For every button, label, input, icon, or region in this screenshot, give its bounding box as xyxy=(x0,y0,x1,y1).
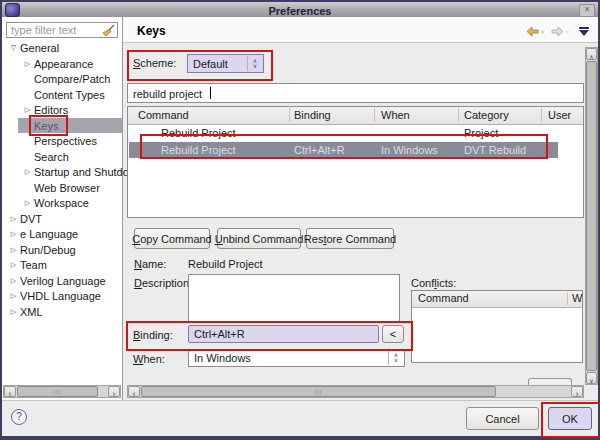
scrollbar-thumb[interactable] xyxy=(17,386,98,397)
window-border-bottom xyxy=(0,436,600,440)
search-value: rebuild project xyxy=(133,88,202,100)
expander-icon[interactable]: ▽ xyxy=(7,44,20,52)
back-history-chevron-icon[interactable]: ˅ xyxy=(541,29,545,35)
sidebar-item-keys[interactable]: Keys xyxy=(2,118,141,133)
sidebar-item-editors[interactable]: ▷Editors xyxy=(2,102,141,117)
sidebar-item-startup-and-shutdown[interactable]: ▷Startup and Shutdo xyxy=(2,164,141,179)
expander-icon[interactable]: ▷ xyxy=(7,308,20,316)
hidden-button-partial[interactable] xyxy=(528,378,572,385)
expander-icon[interactable]: ▷ xyxy=(21,199,34,207)
scheme-combobox[interactable]: Default xyxy=(187,54,264,73)
footer-separator xyxy=(2,400,598,401)
sidebar-item-dvt[interactable]: ▷DVT xyxy=(2,211,127,226)
expander-icon[interactable]: ▷ xyxy=(21,106,34,114)
table-row[interactable]: Rebuild Project Project xyxy=(129,125,583,141)
text-cursor xyxy=(210,87,211,99)
page-v-scrollbar[interactable] xyxy=(585,47,598,385)
forward-icon[interactable] xyxy=(551,26,564,37)
column-header-when[interactable]: When xyxy=(381,109,410,121)
preferences-dialog: Preferences ✕ type filter text ▽General … xyxy=(0,0,600,440)
forward-history-chevron-icon[interactable]: ˅ xyxy=(566,29,570,35)
conflicts-column-when[interactable]: W xyxy=(572,292,582,304)
column-header-binding[interactable]: Binding xyxy=(294,109,331,121)
expander-icon[interactable]: ▷ xyxy=(7,292,20,300)
when-label: When: xyxy=(133,353,165,365)
filter-input[interactable]: type filter text xyxy=(6,22,118,38)
conflicts-table: Command W xyxy=(411,290,583,363)
sidebar-item-perspectives[interactable]: Perspectives xyxy=(2,133,141,148)
expander-icon[interactable]: ▷ xyxy=(7,261,20,269)
sidebar-item-team[interactable]: ▷Team xyxy=(2,257,127,272)
page-nav-toolbar: ˅ ˅ xyxy=(526,26,589,37)
when-value: In Windows xyxy=(194,352,251,364)
sidebar-item-search[interactable]: Search xyxy=(2,149,141,164)
binding-capture-button[interactable]: < xyxy=(382,325,404,343)
page-title: Keys xyxy=(137,24,166,38)
column-header-category[interactable]: Category xyxy=(464,109,509,121)
sidebar-item-workspace[interactable]: ▷Workspace xyxy=(2,195,141,210)
sidebar-item-appearance[interactable]: ▷Appearance xyxy=(2,56,141,71)
title-bar[interactable]: Preferences ✕ xyxy=(2,2,598,18)
conflicts-header-row: Command W xyxy=(412,291,582,308)
description-textarea[interactable] xyxy=(188,274,400,322)
expander-icon[interactable]: ▷ xyxy=(7,246,20,254)
column-header-command[interactable]: Command xyxy=(138,109,189,121)
view-menu-icon[interactable] xyxy=(579,27,589,36)
scroll-right-icon[interactable] xyxy=(108,386,120,397)
when-combobox[interactable]: In Windows xyxy=(188,349,405,367)
expander-icon[interactable]: ▷ xyxy=(7,277,20,285)
name-label: Name: xyxy=(134,258,166,270)
table-row-selected[interactable]: Rebuild Project Ctrl+Alt+R In Windows DV… xyxy=(129,142,558,158)
scrollbar-thumb[interactable] xyxy=(141,386,496,397)
scroll-left-icon[interactable] xyxy=(128,386,140,397)
copy-command-button[interactable]: Copy Command xyxy=(134,228,210,249)
combo-spinner-icon[interactable] xyxy=(388,351,403,365)
sidebar-item-verilog-language[interactable]: ▷Verilog Language xyxy=(2,273,127,288)
ok-button[interactable]: OK xyxy=(548,407,592,430)
scrollbar-thumb[interactable] xyxy=(586,61,597,371)
sidebar-item-vhdl-language[interactable]: ▷VHDL Language xyxy=(2,288,127,303)
name-value: Rebuild Project xyxy=(188,258,263,270)
scroll-up-icon[interactable] xyxy=(586,48,597,60)
sidebar-item-xml[interactable]: ▷XML xyxy=(2,304,127,319)
expander-icon[interactable]: ▷ xyxy=(7,230,20,238)
scroll-right-icon[interactable] xyxy=(571,386,583,397)
expander-icon[interactable]: ▷ xyxy=(21,60,34,68)
key-bindings-table: Command Binding When Category User Rebui… xyxy=(127,106,584,218)
sidebar-item-content-types[interactable]: Content Types xyxy=(2,87,141,102)
description-label: Description: xyxy=(134,277,192,289)
scroll-left-icon[interactable] xyxy=(4,386,16,397)
scheme-label: Scheme: xyxy=(133,57,176,69)
combo-spinner-icon[interactable] xyxy=(247,56,262,71)
sidebar-item-compare-patch[interactable]: Compare/Patch xyxy=(2,71,141,86)
scroll-down-icon[interactable] xyxy=(586,372,597,384)
keys-search-input[interactable]: rebuild project xyxy=(127,83,584,103)
table-header-row: Command Binding When Category User xyxy=(128,107,583,125)
binding-value: Ctrl+Alt+R xyxy=(194,328,245,340)
sidebar-item-run-debug[interactable]: ▷Run/Debug xyxy=(2,242,127,257)
cancel-button[interactable]: Cancel xyxy=(466,407,539,430)
binding-label: Binding: xyxy=(133,329,173,341)
expander-icon[interactable]: ▷ xyxy=(7,215,20,223)
column-header-user[interactable]: User xyxy=(548,109,571,121)
filter-placeholder: type filter text xyxy=(11,24,102,36)
close-icon[interactable]: ✕ xyxy=(579,4,595,17)
unbind-command-button[interactable]: Unbind Command xyxy=(217,228,301,249)
help-icon[interactable]: ? xyxy=(11,409,27,425)
page-h-scrollbar[interactable] xyxy=(127,385,584,398)
expander-icon[interactable]: ▷ xyxy=(21,168,34,176)
window-title: Preferences xyxy=(2,5,598,17)
conflicts-label: Conflicts: xyxy=(411,277,456,289)
binding-input[interactable]: Ctrl+Alt+R xyxy=(188,325,379,343)
back-icon[interactable] xyxy=(526,26,539,37)
restore-command-button[interactable]: Restore Command xyxy=(306,228,394,249)
sidebar-item-general[interactable]: ▽General xyxy=(2,40,127,55)
sidebar-h-scrollbar[interactable] xyxy=(3,385,121,398)
sidebar-item-web-browser[interactable]: Web Browser xyxy=(2,180,141,195)
clear-filter-broom-icon[interactable] xyxy=(102,24,115,37)
conflicts-column-command[interactable]: Command xyxy=(418,292,469,304)
scheme-value: Default xyxy=(193,58,228,70)
sidebar-item-e-language[interactable]: ▷e Language xyxy=(2,226,127,241)
